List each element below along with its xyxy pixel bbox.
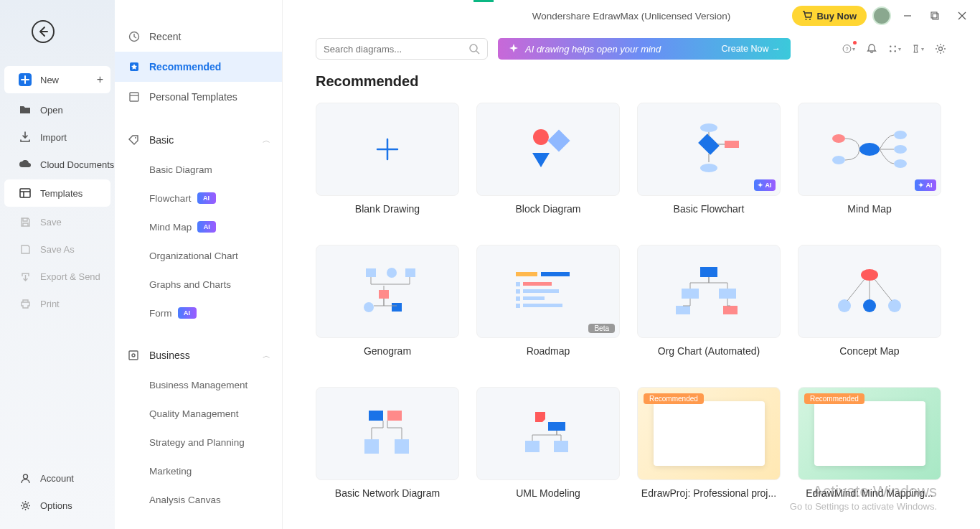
- import-icon: [19, 131, 32, 144]
- cat-sub-basic[interactable]: Graphs and Charts: [115, 270, 282, 299]
- template-label: Roadmap: [476, 345, 620, 370]
- cat-recent[interactable]: Recent: [115, 22, 282, 52]
- nav-open[interactable]: Open: [0, 96, 115, 123]
- buy-now-button[interactable]: Buy Now: [792, 6, 867, 26]
- nav-new[interactable]: New +: [4, 66, 110, 93]
- cat-group-basic[interactable]: Basic ︿: [115, 125, 282, 155]
- svg-point-55: [838, 299, 851, 312]
- template-card[interactable]: BetaRoadmap: [476, 245, 620, 370]
- search-input[interactable]: [324, 44, 468, 55]
- cat-sub-basic[interactable]: Mind MapAI: [115, 212, 282, 241]
- cat-sub-business[interactable]: Business Management: [115, 370, 282, 399]
- svg-rect-45: [516, 296, 520, 301]
- cat-sub-business[interactable]: Analysis Canvas: [115, 485, 282, 514]
- svg-rect-39: [516, 272, 537, 276]
- template-label: UML Modeling: [476, 487, 620, 512]
- svg-point-34: [387, 268, 397, 278]
- cat-sub-business[interactable]: Strategy and Planning: [115, 428, 282, 457]
- search-box[interactable]: [316, 38, 488, 60]
- theme-button[interactable]: ▾: [911, 42, 924, 55]
- ai-badge: ✦ AI: [754, 179, 776, 191]
- svg-rect-52: [676, 306, 690, 314]
- close-button[interactable]: [951, 5, 973, 27]
- cat-sub-business[interactable]: Marketing: [115, 457, 282, 485]
- cat-sub-basic[interactable]: FormAI: [115, 299, 282, 327]
- app-title: Wondershare EdrawMax (Unlicensed Version…: [532, 11, 731, 22]
- svg-point-23: [700, 123, 717, 132]
- svg-point-56: [863, 299, 876, 312]
- svg-rect-64: [554, 441, 568, 452]
- template-card[interactable]: ✦ AIMind Map: [798, 103, 941, 228]
- nav-import[interactable]: Import: [0, 123, 115, 151]
- template-label: EdrawMind: Mind Mapping...: [798, 487, 941, 512]
- nav-options[interactable]: Options: [0, 492, 115, 519]
- svg-point-10: [809, 19, 811, 20]
- apps-button[interactable]: ▾: [888, 42, 901, 55]
- svg-point-16: [890, 46, 891, 47]
- template-thumb: [476, 387, 620, 480]
- ai-badge: ✦ AI: [915, 179, 936, 191]
- cat-sub-business[interactable]: Quality Management: [115, 399, 282, 428]
- template-card[interactable]: Concept Map: [798, 245, 941, 370]
- category-panel: Recent Recommended Personal Templates Ba…: [115, 0, 283, 529]
- svg-rect-62: [548, 422, 565, 431]
- toolbar: AI drawing helps open your mind Create N…: [283, 32, 980, 66]
- svg-rect-60: [364, 439, 379, 454]
- nav-account[interactable]: Account: [0, 464, 115, 492]
- template-card[interactable]: RecommendedEdrawProj: Professional proj.…: [637, 387, 781, 512]
- svg-rect-47: [516, 304, 520, 308]
- nav-new-label: New: [40, 75, 59, 85]
- template-thumb: [316, 245, 459, 338]
- svg-rect-58: [369, 411, 383, 421]
- svg-rect-50: [682, 289, 699, 299]
- template-card[interactable]: Basic Network Diagram: [316, 387, 459, 512]
- nav-saveas[interactable]: Save As: [0, 235, 115, 263]
- template-grid: Blank DrawingBlock Diagram✦ AIBasic Flow…: [316, 103, 947, 512]
- template-card[interactable]: Org Chart (Automated): [637, 245, 781, 370]
- nav-options-label: Options: [40, 500, 72, 511]
- nav-save[interactable]: Save: [0, 208, 115, 235]
- ai-banner-cta[interactable]: Create Now →: [722, 44, 781, 54]
- cat-sub-basic[interactable]: Organizational Chart: [115, 241, 282, 270]
- svg-point-6: [135, 137, 136, 139]
- nav-cloud[interactable]: Cloud Documents: [0, 151, 115, 178]
- cat-group-business[interactable]: Business ︿: [115, 340, 282, 370]
- template-card[interactable]: RecommendedEdrawMind: Mind Mapping...: [798, 387, 941, 512]
- svg-rect-61: [395, 439, 409, 454]
- main-area: Wondershare EdrawMax (Unlicensed Version…: [283, 0, 980, 529]
- nav-export[interactable]: Export & Send: [0, 263, 115, 290]
- template-thumb: [316, 103, 459, 196]
- svg-rect-41: [516, 282, 520, 286]
- search-icon[interactable]: [468, 43, 480, 55]
- cat-personal[interactable]: Personal Templates: [115, 82, 282, 112]
- settings-button[interactable]: [934, 42, 947, 55]
- svg-point-30: [894, 131, 907, 139]
- template-thumb: Recommended: [637, 387, 781, 480]
- bell-button[interactable]: [865, 42, 878, 55]
- save-icon: [19, 215, 32, 228]
- svg-rect-44: [523, 289, 559, 293]
- template-card[interactable]: ✦ AIBasic Flowchart: [637, 103, 781, 228]
- back-button[interactable]: [32, 20, 55, 43]
- nav-templates[interactable]: Templates: [4, 179, 110, 207]
- template-label: Basic Flowchart: [637, 203, 781, 228]
- cat-sub-basic[interactable]: FlowchartAI: [115, 184, 282, 212]
- template-card[interactable]: Blank Drawing: [316, 103, 459, 228]
- minimize-button[interactable]: [897, 5, 918, 27]
- svg-rect-63: [525, 441, 540, 452]
- template-card[interactable]: UML Modeling: [476, 387, 620, 512]
- cat-recommended[interactable]: Recommended: [115, 52, 282, 82]
- personal-icon: [128, 91, 141, 103]
- add-icon[interactable]: +: [97, 73, 103, 86]
- avatar[interactable]: [872, 6, 891, 25]
- template-card[interactable]: Block Diagram: [476, 103, 620, 228]
- help-button[interactable]: ?▾: [842, 42, 855, 55]
- svg-text:?: ?: [845, 46, 848, 52]
- nav-print[interactable]: Print: [0, 290, 115, 317]
- svg-point-21: [533, 129, 549, 145]
- template-card[interactable]: Genogram: [316, 245, 459, 370]
- cat-sub-basic[interactable]: Basic Diagram: [115, 155, 282, 184]
- maximize-button[interactable]: [924, 5, 946, 27]
- ai-banner[interactable]: AI drawing helps open your mind Create N…: [498, 38, 791, 60]
- template-thumb: [316, 387, 459, 480]
